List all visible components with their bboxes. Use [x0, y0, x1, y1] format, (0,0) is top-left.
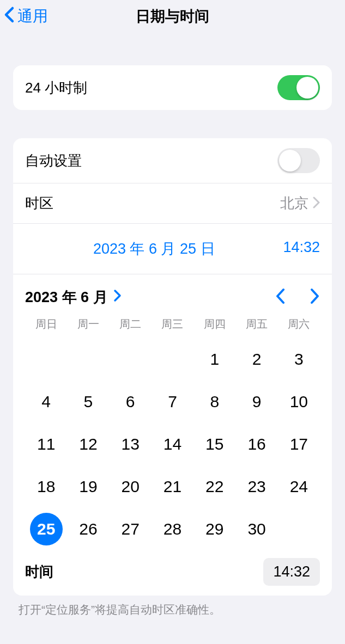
weekday-label: 周三	[152, 317, 193, 332]
twenty-four-hour-label: 24 小时制	[25, 78, 277, 97]
calendar-day[interactable]: 4	[25, 381, 67, 423]
month-label: 2023 年 6 月	[25, 287, 108, 307]
weekday-label: 周日	[25, 317, 67, 332]
time-label: 时间	[25, 562, 263, 581]
calendar-day[interactable]: 11	[25, 423, 67, 465]
prev-month-button[interactable]	[275, 287, 286, 307]
chevron-right-icon	[113, 289, 122, 306]
chevron-left-icon	[275, 297, 286, 306]
calendar-day[interactable]: 14	[152, 423, 193, 465]
calendar-blank	[67, 338, 109, 381]
calendar-day[interactable]: 19	[67, 465, 109, 508]
calendar-day[interactable]: 8	[193, 381, 235, 423]
calendar-day[interactable]: 27	[110, 508, 152, 550]
timezone-row[interactable]: 时区 北京	[13, 183, 332, 223]
calendar-day[interactable]: 7	[152, 381, 193, 423]
calendar-day[interactable]: 10	[278, 381, 320, 423]
calendar-blank	[152, 338, 193, 381]
time-picker-button[interactable]: 14:32	[263, 558, 320, 586]
calendar-day[interactable]: 22	[193, 465, 235, 508]
calendar-day[interactable]: 6	[110, 381, 152, 423]
calendar-day[interactable]: 15	[193, 423, 235, 465]
auto-set-switch[interactable]	[277, 148, 320, 173]
weekday-label: 周五	[235, 317, 277, 332]
month-picker-button[interactable]: 2023 年 6 月	[25, 287, 122, 307]
calendar-day[interactable]: 20	[110, 465, 152, 508]
calendar-day[interactable]: 28	[152, 508, 193, 550]
weekday-label: 周四	[193, 317, 235, 332]
calendar-day[interactable]: 29	[193, 508, 235, 550]
footer-hint: 打开“定位服务”将提高自动时区准确性。	[19, 602, 326, 617]
calendar-day[interactable]: 18	[25, 465, 67, 508]
calendar-day[interactable]: 30	[235, 508, 277, 550]
chevron-left-icon	[3, 6, 16, 27]
calendar-day[interactable]: 1	[193, 338, 235, 381]
calendar-day[interactable]: 24	[278, 465, 320, 508]
back-label: 通用	[17, 6, 48, 27]
weekday-label: 周一	[67, 317, 109, 332]
chevron-right-icon	[309, 297, 320, 306]
timezone-value: 北京	[280, 194, 308, 213]
calendar-day[interactable]: 9	[235, 381, 277, 423]
weekday-label: 周二	[110, 317, 152, 332]
calendar-day[interactable]: 2	[235, 338, 277, 381]
calendar-day[interactable]: 17	[278, 423, 320, 465]
timezone-label: 时区	[25, 194, 280, 213]
calendar-day[interactable]: 25	[25, 508, 67, 550]
back-button[interactable]: 通用	[3, 6, 48, 27]
selected-time-button[interactable]: 14:32	[283, 239, 320, 259]
calendar-day[interactable]: 13	[110, 423, 152, 465]
twenty-four-hour-switch[interactable]	[277, 75, 320, 100]
calendar-blank	[25, 338, 67, 381]
next-month-button[interactable]	[309, 287, 320, 307]
calendar-day[interactable]: 21	[152, 465, 193, 508]
page-title: 日期与时间	[136, 7, 209, 26]
selected-date-button[interactable]: 2023 年 6 月 25 日	[93, 239, 215, 259]
calendar-day[interactable]: 16	[235, 423, 277, 465]
calendar-day[interactable]: 23	[235, 465, 277, 508]
calendar-blank	[110, 338, 152, 381]
calendar-day[interactable]: 12	[67, 423, 109, 465]
calendar-day[interactable]: 5	[67, 381, 109, 423]
calendar-day[interactable]: 26	[67, 508, 109, 550]
calendar-day[interactable]: 3	[278, 338, 320, 381]
weekday-label: 周六	[278, 317, 320, 332]
chevron-right-icon	[313, 197, 320, 211]
auto-set-label: 自动设置	[25, 151, 277, 170]
